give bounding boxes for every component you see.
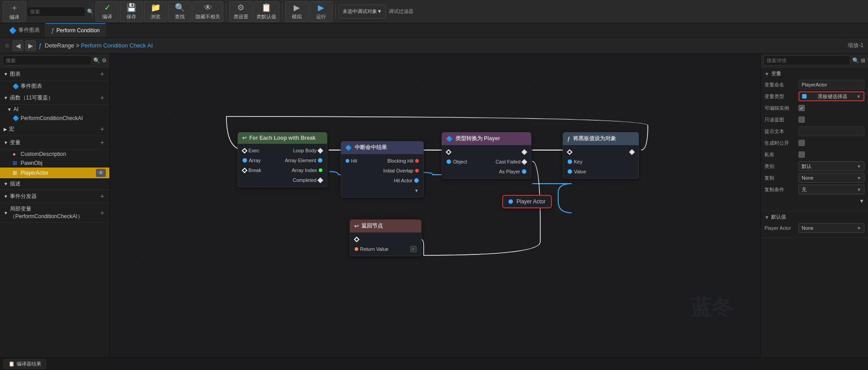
save-button[interactable]: 💾 保存 [120, 1, 143, 22]
hit-expand-btn[interactable]: ▼ [414, 188, 419, 193]
simulate-button[interactable]: ▶ 模拟 [285, 1, 308, 22]
nav-back-button[interactable]: ◀ [13, 40, 23, 51]
player-actor-getter-node[interactable]: Player Actor [502, 195, 552, 208]
right-default-title-text: 默认值 [771, 214, 786, 220]
compiler-results-tab[interactable]: 📋 编译器结果 [4, 359, 46, 369]
hide-unrelated-button[interactable]: 👁 隐藏不相关 [192, 1, 223, 22]
section-variables[interactable]: ▼ 变量 ＋ [0, 136, 109, 150]
player-actor-eye-button[interactable]: 👁 [96, 169, 106, 177]
right-default-section: ▼ 默认值 Player Actor None ▼ [761, 211, 868, 238]
tab-perform-condition[interactable]: ƒ Perform Condition [46, 23, 106, 37]
setbb-row-value: Value [563, 167, 638, 176]
foreach-loop-body-pin [317, 148, 323, 154]
left-search-bar: 🔍 ⚙ [0, 54, 109, 68]
class-defaults-button[interactable]: 📋 类默认值 [253, 1, 279, 22]
add-new-label: 编译 [9, 14, 19, 21]
section-variables-add[interactable]: ＋ [99, 138, 106, 147]
right-var-category-arrow: ▼ [857, 164, 861, 169]
set-blackboard-node: ƒ 将黑板值设为对象 Key Value [563, 132, 639, 179]
return-value-pin [355, 247, 358, 251]
player-actor-getter-container: Player Actor [502, 195, 552, 208]
bottom-bar: 📋 编译器结果 [0, 357, 868, 370]
right-default-player-actor-label: Player Actor [764, 225, 796, 231]
right-var-public-label: 生成时公开 [764, 140, 796, 146]
foreach-body: Exec Loop Body Array Array Element Break… [238, 144, 327, 187]
add-new-button[interactable]: ＋ 编译 [3, 1, 26, 22]
section-macros[interactable]: ▶ 宏 ＋ [0, 123, 109, 136]
hit-overlap-pin [415, 169, 419, 172]
left-item-perform-condition[interactable]: 🔷 PerformConditionCheckAI [0, 114, 109, 123]
star-icon[interactable]: ☆ [4, 42, 10, 49]
foreach-loop-body-label: Loop Body [293, 148, 317, 153]
section-graph-add[interactable]: ＋ [99, 69, 106, 79]
nav-forward-button[interactable]: ▶ [25, 40, 36, 51]
section-functions[interactable]: ▼ 函数（11可覆盖） ＋ [0, 91, 109, 105]
right-view-icon: ⊞ [861, 57, 865, 64]
right-panel: 🔍 ⊞ ▼ 变量 变量命名 PlayerActor 变量类型 黑板键选择器 ▼ [760, 54, 868, 357]
right-var-type-dropdown[interactable]: 黑板键选择器 ▼ [799, 91, 864, 101]
hit-title: 中断命中结果 [355, 144, 387, 151]
left-item-custom-description[interactable]: ● CustomDescription [0, 150, 109, 159]
section-macros-arrow: ▶ [4, 127, 7, 132]
section-variables-title: 变量 [10, 139, 99, 146]
right-default-title: ▼ 默认值 [764, 214, 864, 220]
section-local-variables-add[interactable]: ＋ [99, 208, 106, 218]
right-var-expand-arrow[interactable]: ▼ [859, 198, 864, 204]
find-button[interactable]: 🔍 查找 [168, 1, 191, 22]
left-item-player-actor[interactable]: ⊞ PlayerActor 👁 [0, 168, 109, 178]
section-event-dispatcher[interactable]: ▼ 事件分发器 ＋ [0, 190, 109, 203]
toolbar-search: 🔍 👁 [27, 7, 90, 17]
right-var-copy-dropdown[interactable]: None ▼ [799, 173, 864, 183]
hit-row-overlap: Initial Overlap [341, 166, 423, 176]
section-macros-add[interactable]: ＋ [99, 125, 106, 134]
section-description[interactable]: ▼ 描述 [0, 178, 109, 190]
class-settings-button[interactable]: ⚙ 类设置 [229, 1, 252, 22]
foreach-break-in-label: Break [248, 168, 290, 173]
tab-event-graph[interactable]: 🔷 事件图表 [4, 23, 46, 37]
right-search-input[interactable] [764, 56, 851, 65]
foreach-title: For Each Loop with Break [249, 135, 316, 141]
foreach-completed-pin [317, 177, 323, 183]
foreach-row-break: Break Array Index [238, 165, 327, 175]
right-var-name-value[interactable]: PlayerActor [799, 80, 864, 90]
breadcrumb-current: Perform Condition Check AI [81, 42, 152, 49]
setbb-row-exec [563, 147, 638, 157]
return-body: Return Value ✓ [350, 232, 421, 256]
cast-row-exec-in [442, 147, 531, 157]
browse-button[interactable]: 📁 浏览 [144, 1, 167, 22]
section-functions-add[interactable]: ＋ [99, 93, 106, 103]
right-var-private-label: 私有 [764, 151, 796, 158]
section-event-dispatcher-add[interactable]: ＋ [99, 192, 106, 201]
right-var-readonly-checkbox[interactable] [799, 116, 805, 123]
toolbar-search-input[interactable] [27, 7, 85, 17]
section-local-variables[interactable]: ▼ 局部变量（PerformConditionCheckAI） ＋ [0, 203, 109, 223]
debug-target-selector[interactable]: 未选中调试对象▼ [339, 4, 386, 19]
left-search-input[interactable] [3, 56, 91, 65]
tab-perform-condition-label: Perform Condition [56, 27, 100, 34]
hit-result-header: 🔷 中断命中结果 [341, 141, 424, 154]
watermark: 蓝冬 [690, 293, 733, 322]
setbb-title: 将黑板值设为对象 [573, 135, 616, 142]
right-var-public-checkbox[interactable] [799, 140, 805, 146]
return-checkbox[interactable]: ✓ [410, 246, 417, 252]
right-var-editable-row: 可编辑实例 [764, 103, 864, 113]
right-var-private-checkbox[interactable] [799, 151, 805, 158]
left-item-pawn-obj[interactable]: ⊞ PawnObj [0, 159, 109, 168]
compile-button[interactable]: ✓ 编译 [95, 1, 119, 22]
section-graph[interactable]: ▼ 图表 ＋ [0, 68, 109, 81]
return-value-label: Return Value [360, 246, 408, 252]
right-var-editable-checkbox[interactable] [799, 105, 805, 111]
left-item-event-graph[interactable]: 🔷 事件图表 [0, 81, 109, 91]
right-var-hint-value[interactable] [799, 126, 864, 136]
right-var-category-dropdown[interactable]: 默认 ▼ [799, 161, 864, 171]
right-var-copy-condition-dropdown[interactable]: 无 ▼ [799, 185, 864, 194]
right-default-player-actor-dropdown[interactable]: None ▼ [799, 223, 864, 233]
custom-description-icon: ● [13, 151, 19, 157]
ai-arrow: ▼ [7, 107, 12, 112]
left-item-ai[interactable]: ▼ AI [0, 105, 109, 114]
setbb-value-label: Value [574, 169, 634, 174]
right-var-type-text: 黑板键选择器 [818, 93, 847, 100]
hit-blocking-pin [415, 159, 419, 163]
run-button[interactable]: ▶ 运行 [309, 1, 333, 22]
canvas-area[interactable]: ↩ For Each Loop with Break Exec Loop Bod… [110, 54, 760, 357]
